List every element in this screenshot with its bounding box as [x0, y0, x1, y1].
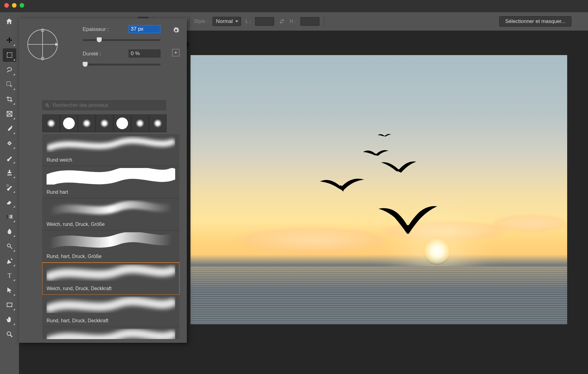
svg-point-6 [7, 185, 9, 186]
gear-icon[interactable] [173, 27, 179, 34]
sun [423, 237, 451, 265]
svg-point-0 [340, 185, 342, 188]
hardness-value[interactable]: 0 % [129, 50, 160, 58]
minimize-window-icon[interactable] [12, 3, 17, 8]
tool-eyedropper[interactable] [3, 122, 16, 135]
brush-thumb-2[interactable] [78, 114, 96, 132]
brush-search[interactable] [42, 100, 166, 110]
width-label: L : [245, 18, 251, 24]
brush-thumb-5[interactable] [131, 114, 149, 132]
tool-move[interactable] [3, 34, 16, 47]
bird-3 [377, 132, 392, 139]
brush-angle-control[interactable] [26, 28, 59, 61]
svg-point-20 [46, 104, 48, 106]
brush-thumb-3[interactable] [96, 114, 113, 132]
svg-line-9 [10, 247, 12, 249]
style-select[interactable]: Normal [213, 17, 241, 26]
tool-smudge[interactable] [3, 225, 16, 238]
tool-gradient[interactable] [3, 210, 16, 223]
svg-text:T: T [8, 272, 11, 279]
brush-preset-item[interactable]: Rund, hart, Druck, Deckkraft [42, 295, 179, 327]
hardness-label: Dureté : [83, 51, 101, 57]
style-label: Style : [194, 18, 208, 24]
brush-stroke-preview [47, 264, 175, 281]
search-icon [45, 103, 50, 108]
tool-history-brush[interactable] [3, 181, 16, 194]
tool-path-sel[interactable] [3, 283, 16, 297]
brush-preset-name: Weich, rund, Druck, Größe [47, 222, 105, 227]
tool-crop[interactable] [3, 92, 16, 106]
brush-thumb-6[interactable] [149, 114, 167, 132]
brush-preset-name: Rund weich [47, 157, 72, 163]
bird-5 [377, 205, 439, 236]
brush-preset-item[interactable]: Rund, weich, Druck, Deckkraft und Fluss [42, 327, 179, 339]
new-brush-icon[interactable]: + [172, 49, 179, 56]
tool-dodge[interactable] [3, 239, 16, 253]
tool-hand[interactable] [3, 313, 16, 326]
tool-zoom[interactable] [3, 327, 16, 341]
brush-preset-list: Rund weichRund hartWeich, rund, Druck, G… [42, 134, 179, 339]
brush-stroke-preview [47, 329, 175, 339]
option-bar: x Lissage Style : Normal L : H : Sélecti… [138, 12, 588, 31]
height-label: H : [289, 18, 296, 24]
brush-preset-name: Rund, hart, Druck, Größe [47, 254, 102, 259]
thickness-value[interactable]: 37 px [129, 25, 160, 33]
brush-preset-item[interactable]: Weich, rund, Druck, Größe [42, 198, 179, 230]
sea [190, 266, 567, 324]
tool-brush[interactable] [3, 151, 16, 165]
brush-stroke-preview [47, 297, 175, 313]
svg-rect-11 [7, 303, 12, 307]
tool-rectangle[interactable] [3, 298, 16, 312]
width-field[interactable] [255, 17, 274, 26]
brush-thumbnails [42, 114, 167, 132]
home-button[interactable] [0, 12, 18, 31]
brush-thumb-0[interactable] [42, 114, 60, 132]
select-and-mask-button[interactable]: Sélectionner et masquer... [499, 16, 571, 27]
tool-marquee[interactable] [3, 48, 16, 62]
swap-icon[interactable] [278, 18, 285, 25]
tool-bar: T [0, 31, 19, 374]
thickness-slider[interactable] [83, 39, 160, 41]
svg-rect-2 [7, 82, 10, 85]
tool-pen[interactable] [3, 254, 16, 267]
brush-preset-item[interactable]: Weich, rund, Druck, Deckkraft [42, 263, 179, 295]
document-image[interactable] [190, 55, 567, 324]
thickness-label: Epaisseur : [83, 26, 109, 32]
brush-stroke-preview [47, 136, 175, 152]
svg-line-13 [10, 335, 12, 337]
brush-panel: Epaisseur : 37 px Dureté : 0 % + Rund we… [19, 18, 187, 343]
brush-thumb-1[interactable] [60, 114, 78, 132]
maximize-window-icon[interactable] [20, 3, 24, 8]
window-controls [4, 3, 24, 8]
brush-stroke-preview [47, 200, 175, 217]
brush-preset-name: Rund hart [47, 189, 68, 195]
svg-line-21 [48, 106, 49, 107]
brush-preset-item[interactable]: Rund hart [42, 166, 179, 198]
hardness-slider[interactable] [83, 64, 160, 65]
brush-search-input[interactable] [52, 102, 163, 108]
bird-4 [380, 159, 417, 176]
brush-preset-name: Weich, rund, Druck, Deckkraft [47, 286, 111, 291]
brush-stroke-preview [47, 232, 175, 249]
tool-frame[interactable] [3, 107, 16, 121]
bird-1 [319, 174, 365, 196]
brush-thumb-4[interactable] [113, 114, 131, 132]
svg-point-12 [7, 332, 11, 335]
svg-point-8 [7, 244, 10, 247]
svg-rect-1 [7, 53, 12, 58]
height-field[interactable] [300, 17, 319, 26]
tool-quick-select[interactable] [3, 78, 16, 91]
brush-preset-item[interactable]: Rund, hart, Druck, Größe [42, 230, 179, 263]
tool-stamp[interactable] [3, 166, 16, 179]
brush-preset-name: Rund, hart, Druck, Deckkraft [47, 318, 108, 324]
tool-eraser[interactable] [3, 195, 16, 209]
svg-rect-7 [7, 215, 12, 219]
brush-stroke-preview [47, 168, 175, 185]
close-window-icon[interactable] [4, 3, 9, 8]
brush-panel-header: Epaisseur : 37 px Dureté : 0 % + [19, 18, 187, 67]
brush-preset-item[interactable]: Rund weich [42, 134, 179, 166]
tool-type[interactable]: T [3, 269, 16, 282]
bird-2 [362, 147, 390, 159]
tool-lasso[interactable] [3, 63, 16, 77]
tool-heal[interactable] [3, 137, 16, 150]
